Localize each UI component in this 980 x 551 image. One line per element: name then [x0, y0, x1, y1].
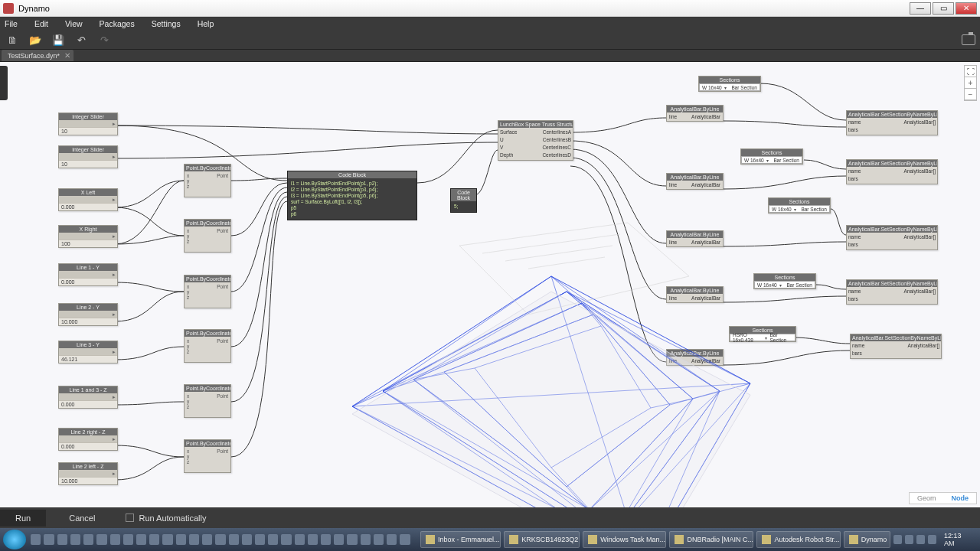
taskbar-pinned-icon[interactable] — [308, 534, 318, 545]
analyticalbar-node[interactable]: AnalyticalBar.ByLine lineAnalyticalBar — [666, 349, 724, 366]
taskbar-pinned-icon[interactable] — [70, 534, 80, 545]
slider-node[interactable]: Line 2 left - Z ▸ 10.000 — [58, 462, 118, 485]
point-node[interactable]: Point.ByCoordinates xyzPoint — [184, 384, 231, 418]
tray-icon[interactable] — [893, 535, 902, 544]
screenshot-icon[interactable] — [962, 34, 975, 45]
sections-dropdown[interactable]: W 16x40▾Bar Section — [699, 83, 760, 91]
taskbar-pinned-icon[interactable] — [347, 534, 357, 545]
menu-edit[interactable]: Edit — [34, 19, 48, 28]
slider-node[interactable]: X Right ▸ 100 — [58, 225, 118, 248]
auto-checkbox[interactable] — [126, 514, 134, 522]
taskbar-task[interactable]: Inbox - Emmanuel... — [420, 531, 501, 548]
taskbar-task[interactable]: Dynamo — [844, 531, 890, 548]
maximize-button[interactable]: ▭ — [933, 2, 954, 15]
taskbar-pinned-icon[interactable] — [281, 534, 291, 545]
menu-help[interactable]: Help — [198, 19, 214, 28]
taskbar-pinned-icon[interactable] — [136, 534, 146, 545]
taskbar-pinned-icon[interactable] — [57, 534, 67, 545]
lunchbox-node[interactable]: LunchBox Space Truss Structure SurfaceCe… — [498, 120, 573, 161]
analyticalbar-node[interactable]: AnalyticalBar.ByLine lineAnalyticalBar — [666, 230, 724, 247]
taskbar-pinned-icon[interactable] — [229, 534, 239, 545]
taskbar-pinned-icon[interactable] — [202, 534, 212, 545]
menu-settings[interactable]: Settings — [152, 19, 181, 28]
tray-icon[interactable] — [916, 535, 925, 544]
menu-view[interactable]: View — [65, 19, 83, 28]
clock[interactable]: 12:13 AM — [944, 532, 971, 547]
cancel-button[interactable]: Cancel — [69, 514, 95, 523]
setsection-node[interactable]: AnalyticalBar.SetSectionByNameByList nam… — [846, 110, 938, 135]
setsection-node[interactable]: AnalyticalBar.SetSectionByNameByList nam… — [846, 225, 938, 250]
point-node[interactable]: Point.ByCoordinates xyzPoint — [184, 275, 231, 308]
undo-icon[interactable]: ↶ — [74, 33, 89, 47]
setsection-node[interactable]: AnalyticalBar.SetSectionByNameByList nam… — [850, 334, 942, 359]
slider-node[interactable]: Line 2 right - Z ▸ 0.000 — [58, 428, 118, 451]
sections-node[interactable]: Sections W 16x40▾Bar Section — [698, 76, 761, 92]
menu-file[interactable]: File — [5, 19, 18, 28]
codeblock-content[interactable]: 5; — [451, 201, 476, 212]
taskbar-pinned-icon[interactable] — [334, 534, 344, 545]
redo-icon[interactable]: ↷ — [96, 33, 112, 47]
taskbar-pinned-icon[interactable] — [31, 534, 41, 545]
taskbar-pinned-icon[interactable] — [361, 534, 371, 545]
codeblock-node[interactable]: Code Block 5; — [450, 188, 477, 213]
taskbar-pinned-icon[interactable] — [123, 534, 133, 545]
menu-packages[interactable]: Packages — [100, 19, 135, 28]
taskbar-pinned-icon[interactable] — [44, 534, 54, 545]
analyticalbar-node[interactable]: AnalyticalBar.ByLine lineAnalyticalBar — [666, 173, 724, 190]
slider-node[interactable]: Integer Slider ▸ 10 — [58, 112, 118, 135]
toggle-node[interactable]: Node — [944, 493, 977, 504]
taskbar-pinned-icon[interactable] — [83, 534, 93, 545]
taskbar-task[interactable]: KRKSCB14923Q2 — [504, 531, 580, 548]
slider-track[interactable]: ▸ — [59, 120, 117, 127]
slider-node[interactable]: X Left ▸ 0.000 — [58, 188, 118, 211]
point-node[interactable]: Point.ByCoordinates xyzPoint — [184, 164, 231, 197]
taskbar-task[interactable]: Windows Task Man... — [583, 531, 666, 548]
taskbar-task[interactable]: Autodesk Robot Str... — [756, 531, 840, 548]
taskbar-pinned-icon[interactable] — [176, 534, 186, 545]
codeblock-node[interactable]: Code Block l1 = Line.ByStartPointEndPoin… — [287, 171, 417, 220]
slider-node[interactable]: Line 1 and 3 - Z ▸ 0.000 — [58, 386, 118, 409]
taskbar-pinned-icon[interactable] — [400, 534, 410, 545]
toggle-geom[interactable]: Geom — [910, 493, 944, 504]
sections-node[interactable]: Sections W 16x40▾Bar Section — [753, 273, 816, 289]
taskbar-pinned-icon[interactable] — [189, 534, 199, 545]
tab-close-icon[interactable]: ✕ — [64, 51, 70, 60]
taskbar-pinned-icon[interactable] — [387, 534, 397, 545]
slider-node[interactable]: Line 2 - Y ▸ 10.000 — [58, 303, 118, 326]
zoom-out-icon[interactable]: − — [965, 89, 976, 100]
library-tab[interactable] — [0, 66, 8, 100]
tab-file[interactable]: TestSurface.dyn* ✕ — [2, 50, 74, 61]
sections-node[interactable]: Sections HSRO 16x0.438▾Bar Section — [729, 326, 796, 342]
slider-node[interactable]: Integer Slider ▸ 10 — [58, 145, 118, 168]
taskbar-pinned-icon[interactable] — [321, 534, 331, 545]
analyticalbar-node[interactable]: AnalyticalBar.ByLine lineAnalyticalBar — [666, 286, 724, 303]
setsection-node[interactable]: AnalyticalBar.SetSectionByNameByList nam… — [846, 279, 938, 305]
taskbar-pinned-icon[interactable] — [268, 534, 278, 545]
slider-node[interactable]: Line 1 - Y ▸ 0.000 — [58, 263, 118, 286]
run-button[interactable]: Run — [0, 510, 46, 527]
taskbar-task[interactable]: DNBRadio [MAIN C... — [669, 531, 753, 548]
analyticalbar-node[interactable]: AnalyticalBar.ByLine lineAnalyticalBar — [666, 105, 724, 122]
close-button[interactable]: ✕ — [956, 2, 977, 15]
new-file-icon[interactable]: 🗎 — [5, 33, 20, 47]
taskbar-pinned-icon[interactable] — [255, 534, 265, 545]
taskbar-pinned-icon[interactable] — [295, 534, 305, 545]
save-file-icon[interactable]: 💾 — [51, 33, 66, 47]
codeblock-content[interactable]: l1 = Line.ByStartPointEndPoint(p1, p2); … — [288, 178, 416, 220]
point-node[interactable]: Point.ByCoordinates xyzPoint — [184, 439, 231, 473]
taskbar-pinned-icon[interactable] — [96, 534, 106, 545]
sections-node[interactable]: Sections W 16x40▾Bar Section — [740, 148, 803, 165]
setsection-node[interactable]: AnalyticalBar.SetSectionByNameByList nam… — [846, 159, 938, 184]
tray-icon[interactable] — [928, 535, 936, 544]
taskbar-pinned-icon[interactable] — [110, 534, 120, 545]
taskbar-pinned-icon[interactable] — [162, 534, 172, 545]
taskbar-pinned-icon[interactable] — [215, 534, 225, 545]
canvas[interactable]: Integer Slider ▸ 10 Integer Slider ▸ 10 … — [0, 62, 980, 507]
slider-node[interactable]: Line 3 - Y ▸ 46.121 — [58, 341, 118, 364]
zoom-in-icon[interactable]: + — [965, 77, 976, 89]
start-button[interactable] — [3, 530, 26, 549]
taskbar-pinned-icon[interactable] — [149, 534, 159, 545]
point-node[interactable]: Point.ByCoordinates xyzPoint — [184, 329, 231, 363]
sections-node[interactable]: Sections W 16x40▾Bar Section — [768, 197, 831, 214]
fit-view-icon[interactable]: ⛶ — [965, 66, 976, 77]
